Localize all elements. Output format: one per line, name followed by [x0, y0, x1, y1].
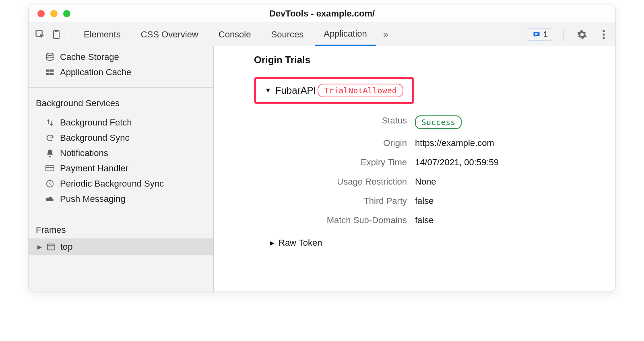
- raw-token-row[interactable]: ▶ Raw Token: [270, 238, 603, 248]
- detail-value-third-party: false: [415, 196, 603, 206]
- detail-value-origin: https://example.com: [415, 138, 603, 148]
- background-services-group: Background Fetch Background Sync Notific…: [29, 112, 213, 210]
- chevron-right-icon: ▶: [270, 240, 275, 246]
- tab-application[interactable]: Application: [315, 23, 376, 46]
- clock-icon: [45, 179, 55, 189]
- kebab-menu-icon[interactable]: [597, 28, 611, 41]
- close-window-button[interactable]: [37, 10, 45, 17]
- detail-label-match-sub: Match Sub-Domains: [286, 215, 407, 226]
- sidebar-item-push-messaging[interactable]: Push Messaging: [29, 191, 213, 207]
- svg-rect-16: [47, 244, 55, 250]
- messages-badge[interactable]: 1: [528, 28, 552, 41]
- message-icon: [532, 31, 541, 39]
- trial-row-highlight: ▼ FubarAPI TrialNotAllowed: [254, 77, 414, 104]
- sidebar-item-label: Notifications: [60, 148, 108, 158]
- sidebar-item-label: Background Sync: [60, 133, 129, 143]
- sync-icon: [45, 133, 55, 143]
- divider: [29, 214, 213, 214]
- sidebar-item-label: Background Fetch: [60, 117, 132, 128]
- chevron-right-icon: ▶: [37, 244, 42, 250]
- sidebar-heading-background-services: Background Services: [29, 92, 213, 112]
- cache-group: Cache Storage Application Cache: [29, 46, 213, 83]
- detail-value-status: Success: [415, 115, 603, 129]
- tab-bar: Elements CSS Overview Console Sources Ap…: [29, 23, 615, 46]
- tab-sources[interactable]: Sources: [262, 23, 312, 46]
- trial-details: Status Success Origin https://example.co…: [286, 115, 603, 226]
- sidebar-item-frame-top[interactable]: ▶ top: [29, 238, 213, 255]
- detail-value-match-sub: false: [415, 215, 603, 226]
- sidebar: Cache Storage Application Cache Backgrou…: [29, 46, 214, 292]
- trial-name: FubarAPI: [275, 85, 316, 96]
- sidebar-item-background-fetch[interactable]: Background Fetch: [29, 115, 213, 130]
- sidebar-item-payment-handler[interactable]: Payment Handler: [29, 161, 213, 176]
- sidebar-item-notifications[interactable]: Notifications: [29, 146, 213, 161]
- database-icon: [45, 52, 55, 62]
- raw-token-label: Raw Token: [279, 238, 322, 248]
- sidebar-item-label: Payment Handler: [60, 163, 128, 174]
- sidebar-item-cache-storage[interactable]: Cache Storage: [29, 49, 213, 65]
- grid-icon: [45, 67, 55, 78]
- window-icon: [46, 242, 56, 252]
- svg-rect-13: [46, 165, 54, 171]
- divider: [69, 28, 69, 41]
- svg-rect-10: [50, 70, 54, 72]
- sidebar-item-label: Push Messaging: [60, 194, 126, 204]
- detail-label-status: Status: [286, 115, 407, 129]
- divider: [564, 28, 564, 41]
- traffic-lights: [29, 10, 70, 17]
- tab-elements[interactable]: Elements: [75, 23, 130, 46]
- detail-value-usage: None: [415, 177, 603, 187]
- detail-label-usage: Usage Restriction: [286, 177, 407, 187]
- svg-rect-12: [50, 73, 54, 75]
- titlebar: DevTools - example.com/: [29, 4, 615, 23]
- maximize-window-button[interactable]: [63, 10, 70, 17]
- detail-label-expiry: Expiry Time: [286, 157, 407, 168]
- sidebar-heading-frames: Frames: [29, 218, 213, 238]
- status-badge: Success: [415, 115, 462, 129]
- sidebar-item-application-cache[interactable]: Application Cache: [29, 65, 213, 80]
- messages-count: 1: [543, 30, 548, 39]
- devtools-window: DevTools - example.com/ Elements CSS Ove…: [28, 4, 616, 292]
- trial-status-badge: TrialNotAllowed: [318, 84, 403, 97]
- detail-value-expiry: 14/07/2021, 00:59:59: [415, 157, 603, 168]
- sidebar-item-periodic-background-sync[interactable]: Periodic Background Sync: [29, 176, 213, 191]
- svg-point-8: [47, 53, 53, 55]
- divider: [29, 87, 213, 88]
- svg-point-5: [603, 30, 605, 32]
- tab-css-overview[interactable]: CSS Overview: [132, 23, 207, 46]
- gear-icon[interactable]: [575, 28, 589, 41]
- sidebar-item-label: top: [60, 242, 73, 252]
- section-title: Origin Trials: [254, 54, 603, 66]
- updown-arrows-icon: [45, 117, 55, 128]
- inspect-element-icon[interactable]: [33, 28, 47, 41]
- card-icon: [45, 163, 55, 174]
- svg-rect-11: [46, 73, 50, 75]
- minimize-window-button[interactable]: [50, 10, 58, 17]
- svg-point-7: [603, 37, 605, 39]
- tab-console[interactable]: Console: [210, 23, 260, 46]
- sidebar-item-label: Periodic Background Sync: [60, 179, 164, 189]
- svg-point-6: [603, 33, 605, 35]
- detail-label-third-party: Third Party: [286, 196, 407, 206]
- sidebar-item-label: Application Cache: [60, 67, 131, 78]
- content-area: Cache Storage Application Cache Backgrou…: [29, 46, 615, 292]
- detail-label-origin: Origin: [286, 138, 407, 148]
- sidebar-item-label: Cache Storage: [60, 52, 119, 62]
- window-title: DevTools - example.com/: [29, 8, 615, 19]
- device-toolbar-icon[interactable]: [50, 28, 63, 41]
- main-panel: Origin Trials ▼ FubarAPI TrialNotAllowed…: [214, 46, 615, 292]
- sidebar-item-background-sync[interactable]: Background Sync: [29, 130, 213, 146]
- cloud-icon: [45, 194, 55, 204]
- more-tabs-button[interactable]: »: [378, 29, 393, 40]
- svg-rect-9: [46, 70, 50, 72]
- chevron-down-icon[interactable]: ▼: [265, 87, 271, 94]
- bell-icon: [45, 148, 55, 158]
